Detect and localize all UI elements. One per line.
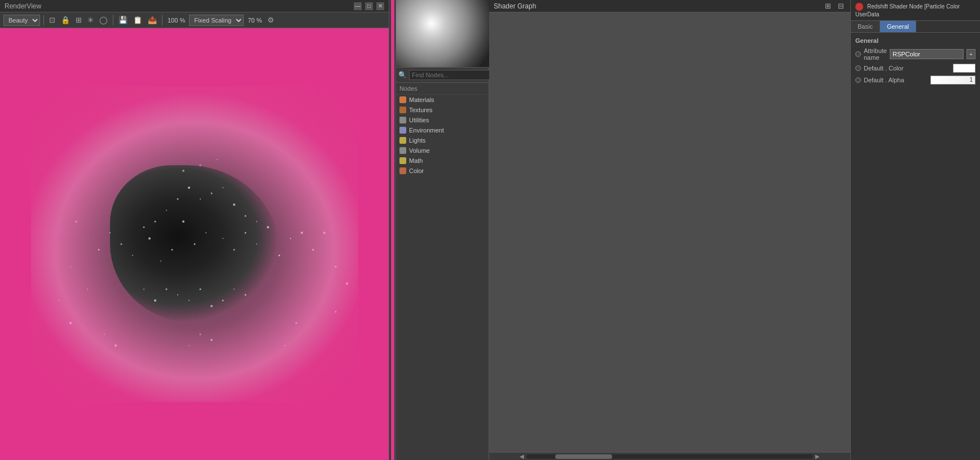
default-alpha-label: Default . Alpha — [864, 77, 928, 83]
bottom-scrollbar-area[interactable]: ◀ ▶ — [489, 452, 850, 460]
quality-label: 70 % — [248, 17, 262, 24]
category-color-icon — [399, 167, 406, 174]
properties-content: General Attribute name + Default . Color — [851, 33, 980, 460]
rs-icon — [855, 3, 863, 11]
render-toolbar: Beauty ⊡ 🔒 ⊞ ✳ ◯ 💾 📋 📤 100 % Fixed Scali… — [0, 12, 389, 28]
shader-graph-collapse-icon[interactable]: ⊟ — [836, 0, 846, 12]
toolbar-separator-3 — [162, 15, 162, 25]
shader-canvas-container: Shader Graph ⊞ ⊟ Output — [489, 0, 850, 460]
attribute-name-input[interactable] — [890, 49, 964, 59]
scroll-right-arrow[interactable]: ▶ — [813, 453, 822, 459]
render-view-title: RenderView — [5, 2, 41, 10]
connections-svg — [489, 12, 850, 452]
category-label: Utilities — [409, 117, 429, 123]
close-button[interactable]: ✕ — [376, 2, 384, 10]
zoom-level-label: 100 % — [168, 17, 185, 24]
default-alpha-value: 1 — [969, 77, 973, 83]
category-color-icon — [399, 96, 406, 103]
preview-sphere — [396, 0, 489, 68]
node-category-math[interactable]: Math — [396, 156, 489, 166]
category-label: Textures — [409, 107, 433, 113]
category-label: Environment — [409, 127, 444, 134]
save-icon[interactable]: 💾 — [117, 14, 129, 26]
export-icon[interactable]: 📤 — [146, 14, 159, 26]
attribute-name-radio[interactable] — [855, 51, 861, 57]
horizontal-scrollbar-track[interactable] — [526, 454, 813, 459]
saveas-icon[interactable]: 📋 — [131, 14, 144, 26]
grid-icon[interactable]: ⊞ — [74, 14, 84, 26]
shader-canvas[interactable]: Output Surface RS Material Diffu — [489, 12, 850, 452]
category-label: Volume — [409, 147, 430, 154]
default-color-swatch[interactable] — [953, 64, 975, 73]
node-category-list: MaterialsTexturesUtilitiesEnvironmentLig… — [396, 95, 489, 460]
default-color-row: Default . Color — [855, 64, 975, 73]
node-category-volume[interactable]: Volume — [396, 145, 489, 156]
category-color-icon — [399, 137, 406, 144]
shader-graph-expand-icon[interactable]: ⊞ — [823, 0, 833, 12]
node-browser-panel: 🔍 Nodes MaterialsTexturesUtilitiesEnviro… — [396, 0, 489, 460]
particle-cloud — [31, 86, 358, 402]
properties-section-label: General — [855, 37, 975, 44]
category-color-icon — [399, 127, 406, 134]
tab-general[interactable]: General — [880, 21, 916, 32]
category-label: Math — [409, 157, 423, 164]
properties-panel-title: Redshift Shader Node [Particle Color Use… — [851, 0, 980, 21]
node-category-utilities[interactable]: Utilities — [396, 115, 489, 125]
particle-render-image — [0, 28, 389, 460]
find-nodes-input[interactable] — [409, 70, 493, 80]
render-mode-select[interactable]: Beauty — [3, 15, 40, 26]
find-nodes-bar: 🔍 — [396, 68, 489, 83]
render-view-titlebar: RenderView — □ ✕ — [0, 0, 389, 12]
horizontal-scrollbar-thumb[interactable] — [555, 454, 613, 459]
attribute-name-row: Attribute name + — [855, 47, 975, 61]
node-category-textures[interactable]: Textures — [396, 105, 489, 115]
render-view-panel: RenderView — □ ✕ Beauty ⊡ 🔒 ⊞ ✳ ◯ 💾 📋 📤 … — [0, 0, 389, 460]
category-color-icon — [399, 147, 406, 154]
properties-panel: Redshift Shader Node [Particle Color Use… — [850, 0, 980, 460]
node-category-lights[interactable]: Lights — [396, 135, 489, 145]
properties-tabs[interactable]: Basic General — [851, 21, 980, 33]
nodes-section-label: Nodes — [396, 83, 489, 95]
side-vertical-bar — [389, 0, 396, 460]
properties-title-text: Redshift Shader Node [Particle Color Use… — [855, 3, 960, 17]
tab-basic[interactable]: Basic — [851, 21, 880, 32]
shader-graph-header: Shader Graph ⊞ ⊟ — [489, 0, 850, 12]
asterisk-icon[interactable]: ✳ — [86, 14, 95, 26]
lock-icon[interactable]: 🔒 — [59, 14, 72, 26]
shader-graph-controls[interactable]: ⊞ ⊟ — [823, 0, 846, 12]
category-label: Materials — [409, 96, 434, 103]
shader-graph-title: Shader Graph — [494, 2, 536, 10]
default-color-radio[interactable] — [855, 65, 861, 71]
shader-graph-area: 🔍 Nodes MaterialsTexturesUtilitiesEnviro… — [396, 0, 980, 460]
default-color-label: Default . Color — [864, 65, 950, 72]
crop-icon[interactable]: ⊡ — [47, 14, 57, 26]
search-icon: 🔍 — [398, 71, 407, 79]
minimize-button[interactable]: — — [354, 2, 362, 10]
scaling-mode-select[interactable]: Fixed Scaling — [189, 15, 244, 26]
node-category-environment[interactable]: Environment — [396, 125, 489, 135]
category-label: Color — [409, 167, 424, 174]
attribute-name-add-button[interactable]: + — [966, 49, 975, 59]
pink-vertical-bar — [391, 0, 394, 460]
default-alpha-bar[interactable]: 1 — [930, 76, 975, 85]
node-category-color[interactable]: Color — [396, 166, 489, 176]
node-category-materials[interactable]: Materials — [396, 95, 489, 105]
right-side-panel: 🔍 Nodes MaterialsTexturesUtilitiesEnviro… — [396, 0, 980, 460]
maximize-button[interactable]: □ — [365, 2, 373, 10]
circle-icon[interactable]: ◯ — [98, 14, 109, 26]
settings-icon[interactable]: ⚙ — [266, 14, 276, 26]
default-alpha-radio[interactable] — [855, 77, 861, 83]
toolbar-separator-2 — [113, 15, 113, 25]
default-alpha-row: Default . Alpha 1 — [855, 76, 975, 85]
render-canvas — [0, 28, 389, 460]
category-color-icon — [399, 107, 406, 113]
toolbar-separator-1 — [43, 15, 44, 25]
window-controls[interactable]: — □ ✕ — [354, 2, 384, 10]
category-color-icon — [399, 117, 406, 123]
scroll-left-arrow[interactable]: ◀ — [517, 453, 526, 459]
attribute-name-label: Attribute name — [864, 47, 887, 61]
category-color-icon — [399, 157, 406, 164]
category-label: Lights — [409, 137, 425, 144]
